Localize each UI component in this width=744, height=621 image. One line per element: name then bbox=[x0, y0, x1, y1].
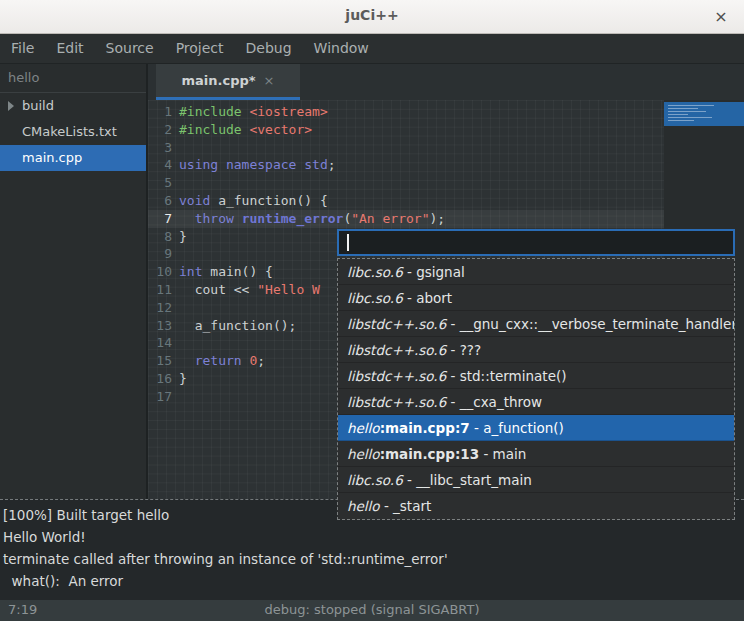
frame-function: - __cxa_throw bbox=[446, 394, 542, 410]
tree-item-main-cpp[interactable]: main.cpp bbox=[0, 145, 146, 171]
code-line-text bbox=[172, 388, 179, 406]
titlebar: juCi++ × bbox=[0, 0, 744, 34]
backtrace-item[interactable]: hello - _start bbox=[338, 493, 734, 519]
output-line: terminate called after throwing an insta… bbox=[3, 548, 744, 570]
line-number: 12 bbox=[148, 299, 172, 317]
minimap-code-preview bbox=[668, 108, 698, 109]
tree-item-cmakelists-txt[interactable]: CMakeLists.txt bbox=[0, 119, 146, 145]
tab-strip: main.cpp* × bbox=[148, 64, 744, 100]
line-number: 5 bbox=[148, 174, 172, 192]
menu-item-debug[interactable]: Debug bbox=[235, 34, 303, 63]
code-line-text bbox=[172, 139, 179, 157]
code-line-text bbox=[172, 334, 179, 352]
frame-library: hello bbox=[347, 498, 380, 514]
code-line-text: throw runtime_error("An error"); bbox=[172, 210, 445, 228]
code-line-text: cout << "Hello W bbox=[172, 281, 320, 299]
line-number: 8 bbox=[148, 228, 172, 246]
frame-library: libstdc++.so.6 bbox=[347, 394, 446, 410]
menu-item-file[interactable]: File bbox=[0, 34, 45, 63]
code-line-text: a_function(); bbox=[172, 317, 296, 335]
menu-item-project[interactable]: Project bbox=[165, 34, 235, 63]
frame-library: libc.so.6 bbox=[347, 264, 403, 280]
menu-item-source[interactable]: Source bbox=[95, 34, 165, 63]
backtrace-item[interactable]: libstdc++.so.6 - __gnu_cxx::__verbose_te… bbox=[338, 311, 734, 337]
frame-function: - __libc_start_main bbox=[403, 472, 532, 488]
menu-item-edit[interactable]: Edit bbox=[45, 34, 94, 63]
backtrace-item[interactable]: libstdc++.so.6 - std::terminate() bbox=[338, 363, 734, 389]
output-line: what(): An error bbox=[3, 570, 744, 592]
code-line-text: #include <iostream> bbox=[172, 103, 328, 121]
code-line-text bbox=[172, 245, 179, 263]
line-number: 10 bbox=[148, 263, 172, 281]
line-number: 9 bbox=[148, 245, 172, 263]
line-number: 1 bbox=[148, 103, 172, 121]
code-line: 3 bbox=[148, 139, 664, 157]
backtrace-item[interactable]: libstdc++.so.6 - ??? bbox=[338, 337, 734, 363]
code-line: 2#include <vector> bbox=[148, 121, 664, 139]
code-line: 6void a_function() { bbox=[148, 192, 664, 210]
frame-library: libc.so.6 bbox=[347, 472, 403, 488]
tab-close-icon[interactable]: × bbox=[264, 73, 275, 88]
backtrace-item[interactable]: hello:main.cpp:7 - a_function() bbox=[338, 415, 734, 441]
file-tree: buildCMakeLists.txtmain.cpp bbox=[0, 93, 146, 171]
code-line: 7 throw runtime_error("An error"); bbox=[148, 210, 664, 228]
text-caret bbox=[347, 234, 349, 251]
debug-status-label: debug: stopped (signal SIGABRT) bbox=[0, 602, 744, 617]
line-number: 11 bbox=[148, 281, 172, 299]
statusbar: 7:19 debug: stopped (signal SIGABRT) bbox=[0, 600, 744, 621]
frame-library: libstdc++.so.6 bbox=[347, 316, 446, 332]
line-number: 6 bbox=[148, 192, 172, 210]
tree-item-label: CMakeLists.txt bbox=[22, 124, 117, 139]
menu-item-window[interactable]: Window bbox=[303, 34, 380, 63]
line-number: 14 bbox=[148, 334, 172, 352]
line-number: 13 bbox=[148, 317, 172, 335]
backtrace-item[interactable]: libc.so.6 - gsignal bbox=[338, 259, 734, 285]
close-icon[interactable]: × bbox=[710, 6, 732, 28]
code-line-text: return 0; bbox=[172, 352, 265, 370]
tab-main-cpp[interactable]: main.cpp* × bbox=[156, 64, 300, 100]
frame-function: - a_function() bbox=[470, 420, 564, 436]
code-line-text: void a_function() { bbox=[172, 192, 328, 210]
line-number: 7 bbox=[148, 210, 172, 228]
frame-function: - abort bbox=[403, 290, 452, 306]
frame-function: - gsignal bbox=[403, 264, 465, 280]
code-line-text: using namespace std; bbox=[172, 156, 336, 174]
frame-library: hello bbox=[347, 446, 380, 462]
chevron-right-icon[interactable] bbox=[8, 101, 14, 111]
line-number: 2 bbox=[148, 121, 172, 139]
minimap-code-preview bbox=[668, 117, 712, 118]
menubar: FileEditSourceProjectDebugWindow bbox=[0, 34, 744, 64]
frame-location: :main.cpp:7 bbox=[380, 420, 470, 436]
window-title: juCi++ bbox=[0, 7, 744, 23]
backtrace-popup: libc.so.6 - gsignallibc.so.6 - abortlibs… bbox=[337, 229, 735, 520]
tab-label: main.cpp* bbox=[182, 73, 256, 88]
line-number: 4 bbox=[148, 156, 172, 174]
backtrace-list: libc.so.6 - gsignallibc.so.6 - abortlibs… bbox=[337, 258, 735, 520]
backtrace-item[interactable]: hello:main.cpp:13 - main bbox=[338, 441, 734, 467]
backtrace-item[interactable]: libstdc++.so.6 - __cxa_throw bbox=[338, 389, 734, 415]
code-line-text bbox=[172, 299, 179, 317]
frame-function: - __gnu_cxx::__verbose_terminate_handler… bbox=[446, 316, 734, 332]
frame-library: libstdc++.so.6 bbox=[347, 342, 446, 358]
code-line-text: } bbox=[172, 228, 187, 246]
frame-function: - main bbox=[479, 446, 526, 462]
backtrace-item[interactable]: libc.so.6 - abort bbox=[338, 285, 734, 311]
minimap-code-preview bbox=[668, 111, 706, 112]
project-tree-sidebar: hello buildCMakeLists.txtmain.cpp bbox=[0, 64, 148, 499]
line-number: 3 bbox=[148, 139, 172, 157]
frame-function: - _start bbox=[380, 498, 432, 514]
minimap-viewport[interactable] bbox=[664, 102, 744, 126]
backtrace-search-input[interactable] bbox=[337, 229, 735, 256]
tree-item-label: build bbox=[22, 98, 54, 113]
line-number: 16 bbox=[148, 370, 172, 388]
minimap-code-preview bbox=[668, 114, 688, 115]
frame-function: - ??? bbox=[446, 342, 481, 358]
minimap-code-preview bbox=[668, 105, 714, 106]
frame-function: - std::terminate() bbox=[446, 368, 566, 384]
frame-location: :main.cpp:13 bbox=[380, 446, 479, 462]
backtrace-item[interactable]: libc.so.6 - __libc_start_main bbox=[338, 467, 734, 493]
tree-item-build[interactable]: build bbox=[0, 93, 146, 119]
frame-library: libc.so.6 bbox=[347, 290, 403, 306]
code-line: 5 bbox=[148, 174, 664, 192]
code-line-text: int main() { bbox=[172, 263, 273, 281]
